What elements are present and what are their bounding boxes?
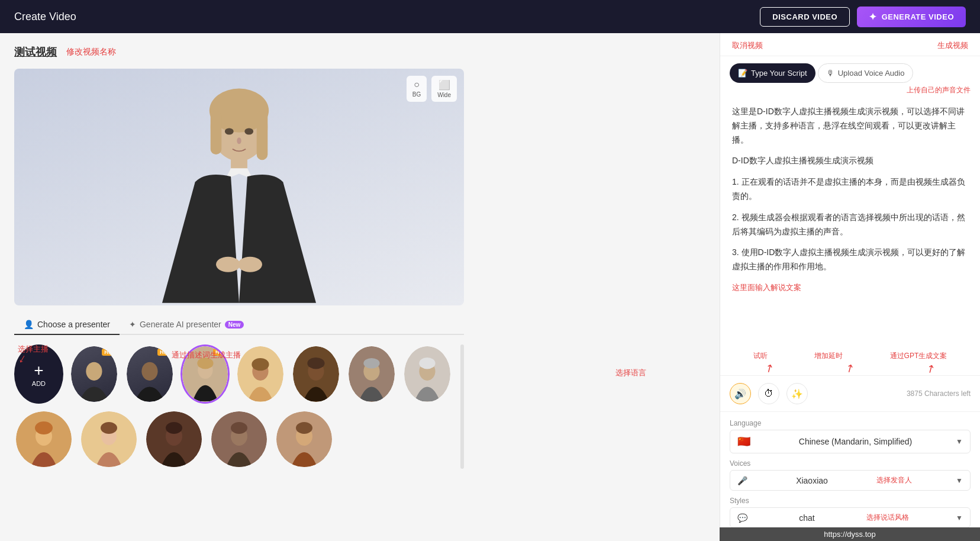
- chevron-down-icon: ▼: [956, 437, 963, 446]
- person-icon: 👤: [24, 320, 34, 329]
- presenter-2[interactable]: HQ: [125, 344, 175, 404]
- cancel-video-label: 取消视频: [732, 40, 763, 51]
- svg-point-12: [141, 362, 157, 381]
- mic-icon: 🎙: [827, 69, 834, 78]
- chat-icon: 💬: [737, 513, 747, 523]
- language-select[interactable]: 🇨🇳 Chinese (Mandarin, Simplified) ▼: [730, 430, 971, 453]
- svg-point-9: [244, 128, 253, 134]
- svg-point-8: [225, 128, 234, 134]
- svg-point-24: [35, 421, 53, 434]
- svg-point-10: [237, 137, 241, 144]
- audio-button[interactable]: 🔊: [730, 383, 751, 404]
- presenter-9[interactable]: [79, 410, 138, 469]
- magic-wand-button[interactable]: ✨: [786, 383, 808, 404]
- right-panel-header: 取消视频 生成视频: [720, 33, 980, 56]
- generate-video-button[interactable]: ✦ GENERATE VIDEO: [857, 7, 966, 27]
- wide-icon: ⬜: [439, 79, 450, 91]
- language-setting: Language 🇨🇳 Chinese (Mandarin, Simplifie…: [730, 419, 971, 453]
- script-para-2: D-ID数字人虚拟主播视频生成演示视频: [732, 154, 968, 168]
- video-title-area: 测试视频 修改视频名称: [14, 45, 705, 59]
- script-para-3: 1. 正在观看的话语并不是虚拟主播的本身，而是由视频生成器负责的。: [732, 175, 968, 204]
- upload-voice-tab[interactable]: 🎙 Upload Voice Audio: [818, 63, 914, 83]
- page-title: Create Video: [14, 11, 76, 23]
- scrollbar[interactable]: [460, 344, 464, 469]
- select-voice-label: 选择发音人: [876, 475, 912, 485]
- add-delay-label: 增加延时: [814, 351, 843, 361]
- presenter-1[interactable]: HQ: [69, 344, 119, 404]
- styles-label: Styles: [730, 497, 971, 505]
- svg-rect-3: [257, 111, 268, 160]
- svg-point-11: [86, 362, 102, 381]
- styles-select[interactable]: 💬 chat 选择说话风格 ▼: [730, 507, 971, 528]
- add-presenter-button[interactable]: + ADD: [14, 344, 63, 404]
- timer-icon: ⏱: [764, 388, 773, 399]
- script-tabs: 📝 Type Your Script 🎙 Upload Voice Audio: [720, 56, 980, 83]
- svg-rect-2: [211, 111, 222, 154]
- video-title: 测试视频: [14, 45, 57, 59]
- main-container: 测试视频 修改视频名称: [0, 33, 980, 541]
- type-script-tab[interactable]: 📝 Type Your Script: [730, 63, 815, 83]
- styles-setting: Styles 💬 chat 选择说话风格 ▼: [730, 497, 971, 528]
- select-style-label: 选择说话风格: [866, 513, 909, 523]
- url-text: https://dyss.top: [824, 530, 875, 539]
- voice-icon: 🎤: [737, 476, 747, 485]
- svg-point-14: [197, 358, 213, 369]
- presenter-7[interactable]: [402, 344, 452, 404]
- presenter-12[interactable]: [275, 410, 334, 469]
- svg-point-7: [238, 257, 262, 272]
- toolbar-arrows: ↙ ↙ ↗: [720, 361, 980, 375]
- video-preview: ○ BG ⬜ Wide: [14, 69, 464, 305]
- presenter-11[interactable]: [209, 410, 269, 469]
- presenter-6[interactable]: [347, 344, 396, 404]
- wand-icon: ✨: [791, 388, 803, 400]
- flag-icon: 🇨🇳: [737, 435, 750, 448]
- svg-point-18: [308, 358, 325, 369]
- script-para-4: 2. 视频生成器会根据观看者的语言选择视频中所出现的话语，然后将其编码为虚拟主播…: [732, 211, 968, 239]
- voice-setting: Voices 🎤 Xiaoxiao 选择发音人 ▼: [730, 459, 971, 491]
- preview-label: 试听: [753, 351, 768, 361]
- presenter-tabs: 👤 Choose a presenter ✦ Generate AI prese…: [14, 315, 464, 335]
- discard-video-button[interactable]: DISCARD VIDEO: [760, 7, 850, 27]
- presenter-4[interactable]: [236, 344, 285, 404]
- edit-title-label[interactable]: 修改视频名称: [66, 47, 116, 57]
- wide-button[interactable]: ⬜ Wide: [431, 76, 457, 102]
- svg-point-32: [296, 422, 312, 434]
- script-input-placeholder[interactable]: 这里面输入解说文案: [732, 281, 968, 294]
- presenter-grid-container: + ADD HQ HQ: [14, 344, 464, 469]
- tab-generate-ai-presenter[interactable]: ✦ Generate AI presenter New: [120, 315, 253, 335]
- script-content: 这里是D-ID数字人虚拟主播视频生成演示视频，可以选择不同讲解主播，支持多种语言…: [720, 95, 980, 349]
- upload-voice-label: 上传自己的声音文件: [730, 85, 971, 95]
- timer-button[interactable]: ⏱: [758, 383, 779, 404]
- chevron-down-icon-3: ▼: [956, 514, 963, 522]
- presenter-3-selected[interactable]: HQ: [180, 344, 230, 404]
- tab-choose-presenter[interactable]: 👤 Choose a presenter: [14, 315, 120, 335]
- speaker-icon: 🔊: [734, 388, 746, 400]
- toolbar-annotations-row: 试听 增加延时 通过GPT生成文案: [720, 349, 980, 361]
- presenter-row-1: + ADD HQ HQ: [14, 344, 464, 404]
- style-value: chat: [799, 513, 814, 523]
- voice-value: Xiaoxiao: [796, 476, 828, 485]
- presenter-8[interactable]: [14, 410, 73, 469]
- right-panel: 取消视频 生成视频 📝 Type Your Script 🎙 Upload Vo…: [720, 33, 980, 541]
- stars-icon: ✦: [129, 320, 136, 329]
- add-label: ADD: [32, 380, 46, 387]
- presenter-5[interactable]: [291, 344, 341, 404]
- presenter-10[interactable]: [144, 410, 204, 469]
- bg-icon: ○: [414, 79, 420, 90]
- voice-select[interactable]: 🎤 Xiaoxiao 选择发音人 ▼: [730, 470, 971, 491]
- bg-button[interactable]: ○ BG: [407, 76, 427, 102]
- left-panel: 测试视频 修改视频名称: [0, 33, 720, 541]
- hq-badge: HQ: [213, 349, 226, 356]
- svg-point-20: [364, 358, 380, 369]
- svg-point-28: [166, 422, 182, 434]
- generate-video-label: 生成视频: [937, 40, 968, 51]
- plus-icon: +: [34, 361, 43, 380]
- chevron-down-icon-2: ▼: [956, 476, 963, 485]
- script-para-1: 这里是D-ID数字人虚拟主播视频生成演示视频，可以选择不同讲解主播，支持多种语言…: [732, 105, 968, 147]
- header-buttons: DISCARD VIDEO ✦ GENERATE VIDEO: [760, 7, 966, 27]
- hq-badge: HQ: [157, 349, 170, 356]
- chars-left: 3875 Characters left: [907, 389, 971, 398]
- settings-section: Language 🇨🇳 Chinese (Mandarin, Simplifie…: [720, 411, 980, 541]
- video-controls: ○ BG ⬜ Wide: [407, 76, 457, 102]
- svg-point-6: [216, 257, 240, 272]
